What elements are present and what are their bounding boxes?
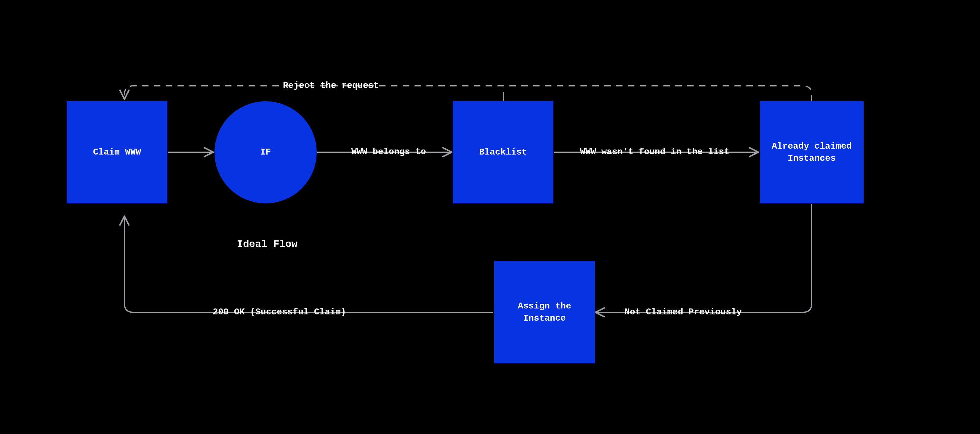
edge-reject-dashed [124,86,812,101]
edge-label-notclaimed: Not Claimed Previously [625,307,742,317]
edge-assign-to-claim [124,216,493,312]
node-assign-instance: Assign the Instance [494,261,595,363]
edge-label-ok: 200 OK (Successful Claim) [213,307,346,317]
diagram-title: Ideal Flow [237,239,298,250]
node-label: Already claimed Instances [772,140,852,164]
node-claim-www: Claim WWW [67,101,167,203]
node-label: Claim WWW [93,146,141,158]
node-if: IF [215,101,317,203]
diagram-stage: Claim WWW IF Blacklist Already claimed I… [0,0,980,434]
edges-layer [0,0,980,434]
node-label: Assign the Instance [518,300,571,324]
edge-label-belongs: WWW belongs to [352,147,426,157]
node-blacklist: Blacklist [453,101,554,203]
node-label: IF [260,146,271,158]
node-label: Blacklist [479,146,527,158]
edge-already-to-assign [595,204,812,312]
edge-label-notfound: WWW wasn't found in the list [580,147,729,157]
node-already-claimed: Already claimed Instances [760,101,864,203]
edge-label-reject: Reject the request [283,81,379,90]
